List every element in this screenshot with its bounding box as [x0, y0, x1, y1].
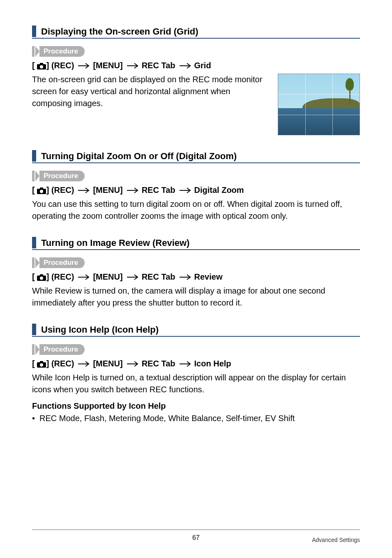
arrow-right-icon	[127, 361, 139, 367]
bullet-text: REC Mode, Flash, Metering Mode, White Ba…	[39, 412, 295, 424]
footer-section-name: Advanced Settings	[312, 537, 360, 543]
procedure-bar-icon	[32, 171, 35, 181]
arrow-right-icon	[78, 361, 90, 367]
page-number: 67	[32, 534, 360, 542]
procedure-path: [ ] (REC) [MENU] REC Tab Grid	[32, 61, 360, 70]
svg-point-8	[40, 190, 43, 193]
path-rec: ] (REC)	[46, 359, 74, 368]
heading-bar-icon	[32, 150, 36, 162]
subheading: Functions Supported by Icon Help	[32, 401, 360, 411]
section-body-row: The on-screen grid can be displayed on t…	[32, 74, 360, 135]
section-heading: Using Icon Help (Icon Help)	[32, 323, 360, 337]
svg-point-2	[40, 65, 43, 68]
procedure-label-box: Procedure	[32, 171, 360, 181]
chevron-right-icon	[35, 171, 39, 181]
bullet-dot-icon: •	[32, 412, 39, 424]
arrow-right-icon	[78, 63, 90, 69]
heading-bar-icon	[32, 25, 36, 37]
section-body: You can use this setting to turn digital…	[32, 198, 360, 222]
chevron-right-icon	[35, 344, 39, 355]
section-body: While Review is turned on, the camera wi…	[32, 285, 360, 309]
procedure-label-box: Procedure	[32, 257, 360, 268]
section-title: Turning on Image Review (Review)	[41, 236, 189, 249]
bullet-item: • REC Mode, Flash, Metering Mode, White …	[32, 412, 360, 424]
path-item: Icon Help	[194, 359, 231, 368]
path-tab: REC Tab	[142, 272, 175, 282]
bracket-open: [	[32, 272, 35, 282]
heading-bar-icon	[32, 237, 36, 248]
path-rec: ] (REC)	[46, 272, 74, 282]
section-heading: Turning Digital Zoom On or Off (Digital …	[32, 149, 360, 163]
heading-bar-icon	[32, 324, 36, 335]
arrow-right-icon	[127, 188, 139, 193]
arrow-right-icon	[180, 63, 192, 69]
arrow-right-icon	[180, 188, 192, 193]
procedure-label: Procedure	[39, 344, 85, 355]
path-menu: [MENU]	[93, 359, 122, 368]
path-rec: ] (REC)	[46, 61, 74, 70]
arrow-right-icon	[180, 361, 192, 367]
section-body: The on-screen grid can be displayed on t…	[32, 74, 270, 109]
procedure-label-box: Procedure	[32, 344, 360, 355]
arrow-right-icon	[127, 274, 139, 280]
page: Displaying the On-screen Grid (Grid) Pro…	[0, 0, 392, 558]
procedure-path: [ ] (REC) [MENU] REC Tab Icon Help	[32, 359, 360, 368]
path-tab: REC Tab	[142, 61, 175, 70]
procedure-bar-icon	[32, 46, 35, 57]
svg-rect-13	[40, 274, 43, 276]
section-digital-zoom: Turning Digital Zoom On or Off (Digital …	[32, 149, 360, 222]
grid-preview-image	[278, 74, 360, 135]
page-footer: 67 Advanced Settings	[32, 529, 360, 543]
section-title: Using Icon Help (Icon Help)	[41, 323, 159, 336]
procedure-bar-icon	[32, 344, 35, 355]
bracket-open: [	[32, 185, 35, 195]
section-review: Turning on Image Review (Review) Procedu…	[32, 236, 360, 309]
chevron-right-icon	[35, 257, 39, 268]
section-title: Turning Digital Zoom On or Off (Digital …	[41, 149, 237, 162]
svg-point-20	[40, 363, 43, 366]
procedure-path: [ ] (REC) [MENU] REC Tab Review	[32, 272, 360, 282]
path-item: Grid	[194, 61, 211, 70]
arrow-right-icon	[180, 274, 192, 280]
procedure-label: Procedure	[39, 257, 85, 268]
path-menu: [MENU]	[93, 272, 122, 282]
path-tab: REC Tab	[142, 185, 175, 195]
procedure-label-box: Procedure	[32, 46, 360, 57]
chevron-right-icon	[35, 46, 39, 57]
section-grid: Displaying the On-screen Grid (Grid) Pro…	[32, 25, 360, 135]
procedure-bar-icon	[32, 257, 35, 268]
procedure-path: [ ] (REC) [MENU] REC Tab Digital Zoom	[32, 185, 360, 195]
camera-icon	[37, 272, 46, 282]
bracket-open: [	[32, 61, 35, 70]
path-tab: REC Tab	[142, 359, 175, 368]
section-title: Displaying the On-screen Grid (Grid)	[41, 25, 198, 38]
procedure-label: Procedure	[39, 171, 85, 181]
camera-icon	[37, 359, 46, 368]
section-heading: Turning on Image Review (Review)	[32, 236, 360, 250]
camera-icon	[37, 185, 46, 195]
path-item: Digital Zoom	[194, 185, 244, 195]
section-body: While Icon Help is turned on, a textual …	[32, 372, 360, 396]
arrow-right-icon	[127, 63, 139, 69]
bracket-open: [	[32, 359, 35, 368]
arrow-right-icon	[78, 188, 90, 193]
path-menu: [MENU]	[93, 185, 122, 195]
camera-icon	[37, 61, 46, 70]
section-heading: Displaying the On-screen Grid (Grid)	[32, 25, 360, 39]
svg-rect-1	[40, 63, 43, 65]
procedure-label: Procedure	[39, 46, 85, 57]
path-rec: ] (REC)	[46, 185, 74, 195]
arrow-right-icon	[78, 274, 90, 280]
path-item: Review	[194, 272, 223, 282]
svg-rect-19	[40, 361, 43, 363]
svg-rect-7	[40, 188, 43, 190]
path-menu: [MENU]	[93, 61, 122, 70]
section-icon-help: Using Icon Help (Icon Help) Procedure [ …	[32, 323, 360, 424]
svg-point-14	[40, 276, 43, 280]
